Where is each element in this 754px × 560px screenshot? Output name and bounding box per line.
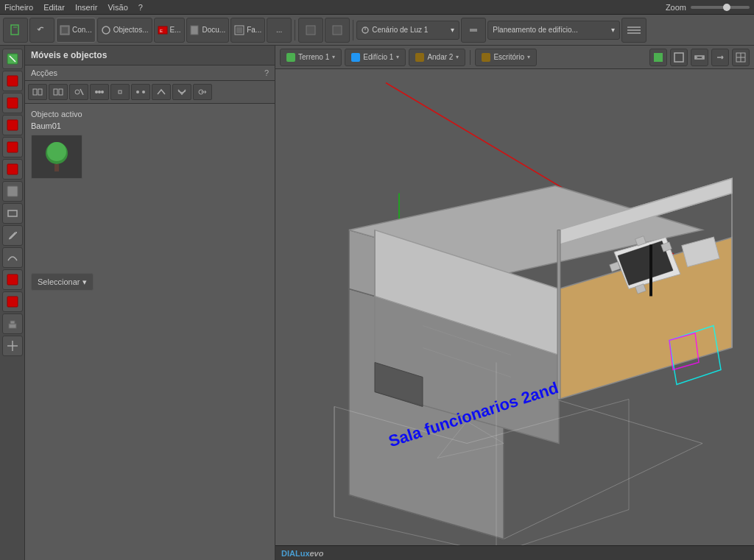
svg-rect-3 bbox=[62, 27, 68, 33]
docu-button[interactable]: Docu... bbox=[186, 18, 230, 43]
menu-ficheiro[interactable]: Ficheiro bbox=[4, 3, 33, 12]
icon-btn-8[interactable] bbox=[2, 203, 23, 224]
view-move-btn[interactable] bbox=[711, 49, 729, 66]
objects-button[interactable]: Objectos... bbox=[97, 18, 152, 43]
svg-rect-23 bbox=[7, 142, 18, 152]
svg-point-44 bbox=[136, 91, 139, 93]
icon-btn-12[interactable] bbox=[2, 291, 23, 312]
tab-escritorio[interactable]: Escritório ▾ bbox=[475, 49, 537, 66]
zoom-control: Zoom bbox=[666, 3, 750, 12]
small-btn-4[interactable] bbox=[90, 84, 109, 100]
svg-rect-37 bbox=[59, 89, 63, 95]
svg-rect-0 bbox=[11, 25, 18, 35]
undo-button[interactable] bbox=[29, 18, 54, 43]
svg-point-40 bbox=[95, 91, 98, 93]
tab-terreno[interactable]: Terreno 1 ▾ bbox=[280, 49, 342, 66]
svg-rect-31 bbox=[10, 321, 15, 324]
more-button[interactable]: ... bbox=[267, 18, 292, 43]
svg-point-42 bbox=[101, 91, 104, 93]
select-button[interactable]: Seleccionar ▾ bbox=[31, 273, 94, 291]
menu-help[interactable]: ? bbox=[138, 3, 143, 12]
view-solid-btn[interactable] bbox=[649, 49, 667, 66]
icon-btn-9[interactable] bbox=[2, 225, 23, 246]
icon-btn-6[interactable] bbox=[2, 159, 23, 180]
viewport-canvas[interactable]: Sala funcionarios 2and itório bbox=[275, 69, 754, 560]
new-button[interactable] bbox=[3, 18, 28, 43]
small-btn-5[interactable] bbox=[110, 84, 130, 100]
toolbar-sep-2 bbox=[353, 20, 353, 40]
svg-rect-20 bbox=[7, 76, 18, 86]
escritorio-chevron: ▾ bbox=[527, 54, 530, 60]
icon-btn-14[interactable] bbox=[2, 336, 23, 356]
dialux-name: DIALuxevo bbox=[281, 549, 323, 558]
actions-help[interactable]: ? bbox=[264, 68, 269, 77]
small-btn-3[interactable] bbox=[69, 84, 88, 100]
svg-rect-26 bbox=[8, 210, 17, 216]
left-panel: Móveis e objectos Acções ? bbox=[25, 46, 275, 560]
svg-rect-36 bbox=[54, 89, 57, 95]
svg-rect-29 bbox=[7, 297, 18, 307]
small-btn-8[interactable] bbox=[172, 84, 191, 100]
andar-icon bbox=[415, 53, 424, 62]
view-snap-btn[interactable] bbox=[691, 49, 708, 66]
active-object-section: Objecto activo Baum01 bbox=[25, 104, 275, 185]
render-btn-2[interactable] bbox=[325, 18, 350, 43]
svg-line-39 bbox=[80, 89, 83, 95]
fa-button[interactable]: Fa... bbox=[230, 18, 265, 43]
small-btn-2[interactable] bbox=[49, 84, 68, 100]
zoom-slider[interactable] bbox=[691, 6, 750, 9]
svg-rect-53 bbox=[654, 53, 663, 62]
main-toolbar: Con... Objectos... E E... Docu... Fa... … bbox=[0, 15, 754, 46]
icon-btn-11[interactable] bbox=[2, 269, 23, 290]
svg-marker-80 bbox=[557, 230, 560, 400]
small-btn-1[interactable] bbox=[28, 84, 47, 100]
menu-visao[interactable]: Visão bbox=[108, 3, 127, 12]
svg-rect-54 bbox=[674, 53, 683, 62]
scenario-dropdown[interactable]: Cenário de Luz 1 ▾ bbox=[356, 21, 459, 40]
tab-edificio[interactable]: Edifício 1 ▾ bbox=[345, 49, 406, 66]
tab-separator bbox=[470, 50, 471, 65]
icon-btn-4[interactable] bbox=[2, 115, 23, 135]
icon-btn-7[interactable] bbox=[2, 181, 23, 202]
small-btn-9[interactable] bbox=[193, 84, 212, 100]
edificio-chevron: ▾ bbox=[396, 54, 399, 60]
icon-btn-3[interactable] bbox=[2, 93, 23, 113]
dialux-logo: DIALuxevo bbox=[281, 549, 323, 558]
svg-rect-14 bbox=[470, 29, 477, 32]
icon-btn-13[interactable] bbox=[2, 313, 23, 334]
export-button[interactable]: E E... bbox=[154, 18, 185, 43]
icon-btn-1[interactable] bbox=[2, 49, 23, 69]
zoom-thumb[interactable] bbox=[723, 4, 730, 11]
render-btn-1[interactable] bbox=[298, 18, 323, 43]
toolbar-sep-1 bbox=[295, 20, 295, 40]
tab-andar[interactable]: Andar 2 ▾ bbox=[409, 49, 465, 66]
view-wire-btn[interactable] bbox=[670, 49, 688, 66]
svg-rect-35 bbox=[38, 89, 42, 95]
svg-rect-28 bbox=[7, 274, 18, 285]
svg-rect-30 bbox=[9, 324, 16, 328]
small-btn-6[interactable] bbox=[131, 84, 150, 100]
view-window-btn[interactable] bbox=[732, 49, 750, 66]
extra-btn[interactable] bbox=[621, 18, 646, 43]
scenario-settings[interactable] bbox=[461, 18, 486, 43]
left-icon-bar bbox=[0, 46, 25, 560]
planning-dropdown[interactable]: Planeamento de edifício... ▾ bbox=[487, 21, 620, 40]
icon-btn-10[interactable] bbox=[2, 247, 23, 268]
object-preview bbox=[31, 135, 82, 179]
menu-editar[interactable]: Editar bbox=[43, 3, 65, 12]
svg-rect-22 bbox=[7, 120, 18, 130]
con-button[interactable]: Con... bbox=[56, 18, 96, 43]
small-btn-7[interactable] bbox=[152, 84, 171, 100]
active-object-label: Objecto activo bbox=[31, 110, 269, 118]
main-viewport[interactable]: Terreno 1 ▾ Edifício 1 ▾ Andar 2 ▾ Escri… bbox=[275, 46, 754, 560]
viewport-controls bbox=[649, 49, 750, 66]
icon-btn-2[interactable] bbox=[2, 71, 23, 91]
terreno-chevron: ▾ bbox=[332, 54, 335, 60]
select-dropdown-arrow[interactable]: ▾ bbox=[82, 277, 87, 287]
svg-rect-10 bbox=[306, 26, 315, 35]
edificio-icon bbox=[351, 53, 360, 62]
icon-btn-5[interactable] bbox=[2, 137, 23, 157]
svg-text:E: E bbox=[160, 29, 163, 33]
menu-inserir[interactable]: Inserir bbox=[75, 3, 98, 12]
andar-chevron: ▾ bbox=[456, 54, 459, 60]
